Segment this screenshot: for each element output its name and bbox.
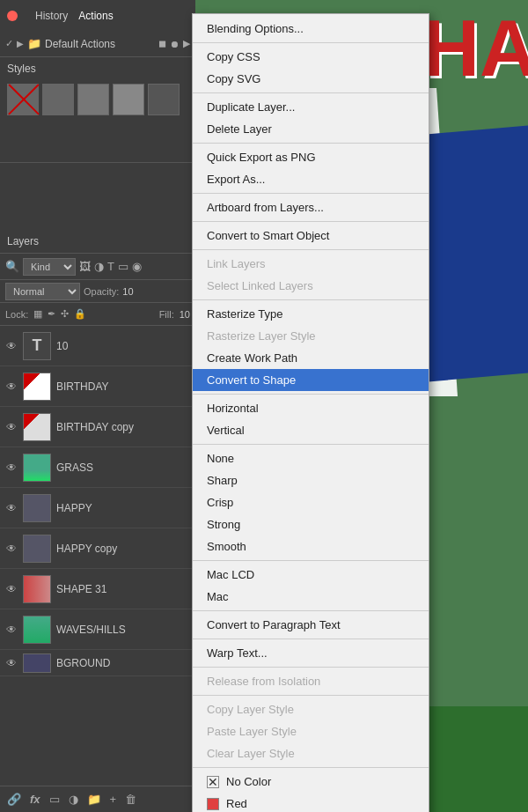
layer-row[interactable]: 👁 SHAPE 31 — [0, 569, 195, 609]
menu-item[interactable]: Copy SVG — [193, 68, 429, 90]
lock-icon-checkerboard[interactable]: ▦ — [33, 308, 42, 320]
kind-select[interactable]: Kind — [23, 258, 76, 276]
blend-bar: Normal Opacity: 10 — [0, 280, 195, 303]
filter-icon-image[interactable]: 🖼 — [79, 260, 91, 273]
menu-item[interactable]: Strong — [193, 513, 429, 535]
search-icon: 🔍 — [5, 260, 19, 273]
visibility-icon[interactable]: 👁 — [5, 380, 18, 393]
layer-row[interactable]: 👁 GRASS — [0, 447, 195, 488]
menu-item[interactable]: Quick Export as PNG — [193, 146, 429, 168]
menu-item[interactable]: Rasterize Layer Style — [193, 325, 429, 347]
record-icon[interactable]: ⏺ — [170, 39, 180, 49]
layer-name: GRASS — [56, 461, 93, 474]
layer-row[interactable]: 👁 BGROUND — [0, 650, 195, 676]
layer-row[interactable]: 👁 BIRTHDAY copy — [0, 407, 195, 447]
play-icon[interactable]: ▶ — [183, 38, 190, 49]
opacity-label: Opacity: — [84, 286, 119, 297]
menu-item[interactable]: Copy CSS — [193, 46, 429, 68]
layer-name: HAPPY copy — [56, 543, 117, 555]
menu-item[interactable]: Warp Text... — [193, 642, 429, 664]
fill-label: Fill: — [159, 309, 174, 320]
filter-icon-shape[interactable]: ▭ — [118, 260, 128, 273]
layer-row[interactable]: 👁 T 10 — [0, 326, 195, 366]
menu-item[interactable]: Vertical — [193, 419, 429, 441]
menu-item[interactable]: Blending Options... — [193, 18, 429, 40]
menu-item[interactable]: Copy Layer Style — [193, 698, 429, 720]
menu-item[interactable]: Sharp — [193, 469, 429, 491]
close-button[interactable] — [7, 11, 18, 21]
visibility-icon[interactable]: 👁 — [5, 583, 18, 595]
visibility-icon[interactable]: 👁 — [5, 461, 18, 474]
visibility-icon[interactable]: 👁 — [5, 624, 18, 636]
menu-item[interactable]: Export As... — [193, 168, 429, 190]
visibility-icon[interactable]: 👁 — [5, 502, 18, 514]
menu-item-label: No Color — [226, 775, 271, 788]
filter-toggle[interactable]: ◉ — [132, 260, 142, 273]
menu-item[interactable]: Select Linked Layers — [193, 275, 429, 297]
layer-thumbnail — [23, 373, 51, 401]
menu-item[interactable]: Crisp — [193, 491, 429, 513]
menu-separator — [193, 667, 429, 668]
delete-icon[interactable]: 🗑 — [125, 793, 136, 806]
lock-icon-brush[interactable]: ✒ — [48, 308, 55, 320]
menu-item[interactable]: Paste Layer Style — [193, 720, 429, 742]
style-swatch-1[interactable] — [42, 84, 74, 115]
menu-item[interactable]: Artboard from Layers... — [193, 196, 429, 218]
menu-item[interactable]: Clear Layer Style — [193, 742, 429, 764]
filter-icon-text[interactable]: T — [107, 260, 114, 273]
actions-label: Default Actions — [45, 38, 155, 50]
visibility-icon[interactable]: 👁 — [5, 421, 18, 433]
menu-item[interactable]: Duplicate Layer... — [193, 96, 429, 118]
group-icon[interactable]: 📁 — [87, 793, 101, 806]
menu-item[interactable]: Mac — [193, 586, 429, 608]
layer-row[interactable]: 👁 BIRTHDAY — [0, 366, 195, 407]
menu-separator — [193, 92, 429, 93]
layer-row[interactable]: 👁 HAPPY copy — [0, 528, 195, 569]
filter-icon-adjust[interactable]: ◑ — [94, 260, 104, 273]
link-icon[interactable]: 🔗 — [7, 793, 21, 806]
layer-thumbnail: T — [23, 332, 51, 360]
lock-icon-move[interactable]: ✣ — [61, 308, 69, 320]
menu-item[interactable]: Smooth — [193, 535, 429, 557]
menu-item[interactable]: Mac LCD — [193, 564, 429, 586]
layers-bottom-bar: 🔗 fx ▭ ◑ 📁 + 🗑 — [0, 786, 195, 812]
menu-separator — [193, 221, 429, 222]
menu-item[interactable]: None — [193, 447, 429, 469]
tab-actions[interactable]: Actions — [75, 8, 116, 24]
menu-item[interactable]: Rasterize Type — [193, 303, 429, 325]
stop-icon[interactable]: ◼ — [158, 38, 166, 49]
menu-item[interactable]: Delete Layer — [193, 118, 429, 140]
layer-thumbnail — [23, 535, 51, 563]
lock-icon-all[interactable]: 🔒 — [74, 308, 86, 320]
folder-icon: 📁 — [27, 37, 41, 50]
new-layer-icon[interactable]: + — [110, 793, 117, 806]
menu-item[interactable]: Convert to Shape — [193, 369, 429, 391]
menu-item[interactable]: Convert to Paragraph Text — [193, 614, 429, 636]
adjustment-icon[interactable]: ◑ — [69, 793, 78, 806]
check-icon: ✓ — [5, 38, 13, 49]
menu-item[interactable]: Horizontal — [193, 397, 429, 419]
visibility-icon[interactable]: 👁 — [5, 340, 18, 352]
layer-name: BGROUND — [56, 657, 110, 669]
style-swatch-none[interactable] — [7, 84, 39, 115]
menu-item[interactable]: Release from Isolation — [193, 670, 429, 692]
tab-history[interactable]: History — [32, 8, 71, 24]
mask-icon[interactable]: ▭ — [49, 793, 60, 806]
style-swatch-2[interactable] — [77, 84, 109, 115]
fx-icon[interactable]: fx — [30, 793, 40, 806]
menu-item[interactable]: Convert to Smart Object — [193, 225, 429, 247]
layer-row[interactable]: 👁 WAVES/HILLS — [0, 609, 195, 650]
layer-name: 10 — [56, 340, 68, 352]
layer-row[interactable]: 👁 HAPPY — [0, 488, 195, 528]
visibility-icon[interactable]: 👁 — [5, 657, 18, 669]
blend-mode-select[interactable]: Normal — [5, 283, 80, 300]
menu-item[interactable]: Red — [193, 793, 429, 812]
menu-separator — [193, 42, 429, 43]
menu-item[interactable]: Link Layers — [193, 253, 429, 275]
menu-item[interactable]: Create Work Path — [193, 347, 429, 369]
opacity-value: 10 — [122, 286, 133, 297]
menu-item[interactable]: No Color — [193, 771, 429, 793]
style-swatch-4[interactable] — [148, 84, 180, 115]
style-swatch-3[interactable] — [113, 84, 144, 115]
visibility-icon[interactable]: 👁 — [5, 543, 18, 555]
